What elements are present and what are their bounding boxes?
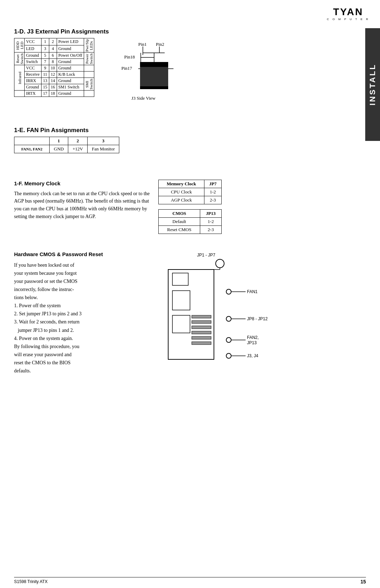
fan-col3-header: 3	[87, 137, 119, 145]
pin17-label: Pin17	[121, 66, 132, 71]
board-outline	[168, 270, 214, 359]
table-row: Reset CMOS 2-3	[159, 226, 222, 234]
table-row: 1 2 3	[14, 137, 119, 145]
cmos-header-1: CMOS	[159, 210, 200, 218]
table-row: IRRX 13 14 Ground SMISwitch	[14, 78, 94, 84]
fan1-label: FAN1	[247, 289, 258, 294]
group-infrared: Infrared	[14, 65, 25, 91]
cmos-body: If you have been locked out of your syst…	[14, 261, 151, 375]
mc-agp-clock: AGP Clock	[159, 196, 204, 204]
svg-rect-6	[140, 62, 168, 67]
fan-col1-header: 1	[50, 137, 68, 145]
table-row: HDDLED VCC 1 2 Power LED Pwr/SlpLEDs	[14, 38, 94, 45]
slot-3	[192, 326, 211, 329]
table-row: Switch 7 8 Ground	[14, 59, 94, 65]
memory-clock-text-block: 1-F. Memory Clock The memory clock can b…	[14, 180, 151, 239]
mc-header-1: Memory Clock	[159, 180, 204, 188]
section-cmos: Hardware CMOS & Password Reset If you ha…	[14, 250, 359, 375]
mc-header-2: JP7	[204, 180, 221, 188]
comp-block-2	[172, 291, 190, 310]
footer: S1598 Trinity ATX 15	[14, 577, 366, 584]
jp8-jp12-label: JP8 - JP12	[247, 316, 268, 321]
cmos-reset: Reset CMOS	[159, 226, 200, 234]
group-smi: SMISwitch	[84, 78, 94, 91]
fan2-jp13-connector	[226, 338, 231, 342]
section-1f-title: 1-F. Memory Clock	[14, 180, 151, 188]
fan-gnd: GND	[50, 145, 68, 153]
pin18-label: Pin18	[124, 54, 135, 60]
memory-clock-layout: 1-F. Memory Clock The memory clock can b…	[14, 180, 359, 239]
j3-side-view: Pin2 Pin1 Pin18 Pin17	[105, 38, 182, 94]
fan-pin-table: 1 2 3 FAN1, FAN2 GND +12V Fan Monitor	[14, 137, 119, 153]
install-sidebar: INSTALL	[365, 28, 380, 141]
j3-j4-label: J3, J4	[247, 353, 258, 358]
mc-agp-jp: 2-3	[204, 196, 221, 204]
group-hdd-led: HDDLED	[14, 38, 25, 52]
jp1-jp7-circle	[216, 259, 224, 268]
group-pwr-slp: Pwr/SlpLEDs	[84, 38, 94, 52]
tyan-logo-subtext: C O M P U T E R	[327, 18, 369, 21]
j3-side-view-svg: Pin2 Pin1 Pin18 Pin17	[105, 38, 182, 93]
fan-col2-header: 2	[68, 137, 88, 145]
memory-clock-tables: Memory Clock JP7 CPU Clock 1-2 AGP Clock…	[158, 180, 359, 239]
slot-6	[192, 342, 211, 345]
fan1-connector	[226, 289, 231, 294]
cmos-default-jp: 1-2	[200, 218, 221, 226]
group-power-switch: PowerSwitch	[84, 52, 94, 65]
cmos-header-2: JP13	[200, 210, 221, 218]
table-row: FAN1, FAN2 GND +12V Fan Monitor	[14, 145, 119, 153]
j3-pin-table: HDDLED VCC 1 2 Power LED Pwr/SlpLEDs LED…	[14, 38, 94, 97]
memory-clock-body: The memory clock can be set to run at th…	[14, 190, 151, 221]
cmos-board-diagram: JP1 - JP7	[158, 250, 359, 375]
table-row: AGP Clock 2-3	[159, 196, 222, 204]
install-label: INSTALL	[368, 63, 377, 105]
cmos-title: Hardware CMOS & Password Reset	[14, 250, 151, 259]
fan2-label: FAN2,	[247, 335, 259, 340]
slot-2	[192, 321, 211, 323]
comp-block-1	[172, 273, 188, 285]
slot-4	[192, 331, 211, 334]
section-1d-title: 1-D. J3 External Pin Assignments	[14, 28, 359, 35]
memory-clock-table: Memory Clock JP7 CPU Clock 1-2 AGP Clock…	[158, 180, 222, 204]
cmos-layout: Hardware CMOS & Password Reset If you ha…	[14, 250, 359, 375]
cmos-text-block: Hardware CMOS & Password Reset If you ha…	[14, 250, 151, 375]
comp-block-3	[172, 315, 190, 333]
pin2-label: Pin2	[156, 42, 164, 47]
j3-side-view-label: J3 Side View	[105, 95, 182, 101]
j3-table-container: HDDLED VCC 1 2 Power LED Pwr/SlpLEDs LED…	[14, 38, 359, 97]
fan-12v: +12V	[68, 145, 88, 153]
tyan-logo: TYAN C O M P U T E R	[327, 6, 369, 21]
main-content: 1-D. J3 External Pin Assignments HDDLED …	[14, 28, 359, 567]
jp13-label: JP13	[247, 340, 257, 345]
mc-cpu-clock: CPU Clock	[159, 188, 204, 196]
svg-rect-9	[140, 67, 168, 86]
table-row: Ground 15 16 SM1 Switch	[14, 84, 94, 91]
group-reset: ResetSwitch	[14, 52, 25, 65]
section-1d: 1-D. J3 External Pin Assignments HDDLED …	[14, 28, 359, 97]
pin1-label: Pin1	[138, 42, 147, 47]
slot-5	[192, 336, 211, 339]
table-row: CPU Clock 1-2	[159, 188, 222, 196]
table-row: Default 1-2	[159, 218, 222, 226]
section-1e-title: 1-E. FAN Pin Assignments	[14, 127, 359, 134]
section-1e: 1-E. FAN Pin Assignments 1 2 3 FAN1, FAN…	[14, 127, 359, 153]
table-row: ResetSwitch Ground 5 6 Power On/Off Powe…	[14, 52, 94, 59]
table-row: Memory Clock JP7	[159, 180, 222, 188]
section-1f: 1-F. Memory Clock The memory clock can b…	[14, 180, 359, 239]
cmos-table: CMOS JP13 Default 1-2 Reset CMOS 2-3	[158, 209, 222, 234]
table-row: CMOS JP13	[159, 210, 222, 218]
table-row: Infrared VCC 9 10 Ground	[14, 65, 94, 72]
table-row: Receive 11 12 K/B Lock	[14, 72, 94, 78]
table-row: LED 3 4 Ground	[14, 45, 94, 52]
jp1-jp7-label: JP1 - JP7	[197, 253, 215, 258]
j3-j4-connector	[226, 353, 231, 358]
footer-left: S1598 Trinity ATX	[14, 579, 48, 584]
tyan-logo-text: TYAN	[327, 6, 369, 18]
board-diagram-svg: JP1 - JP7	[158, 250, 289, 366]
footer-page: 15	[360, 579, 366, 584]
slot-1	[192, 315, 211, 318]
mc-cpu-jp: 1-2	[204, 188, 221, 196]
jp8-jp12-connector	[226, 316, 231, 321]
fan-monitor: Fan Monitor	[87, 145, 119, 153]
cmos-default: Default	[159, 218, 200, 226]
